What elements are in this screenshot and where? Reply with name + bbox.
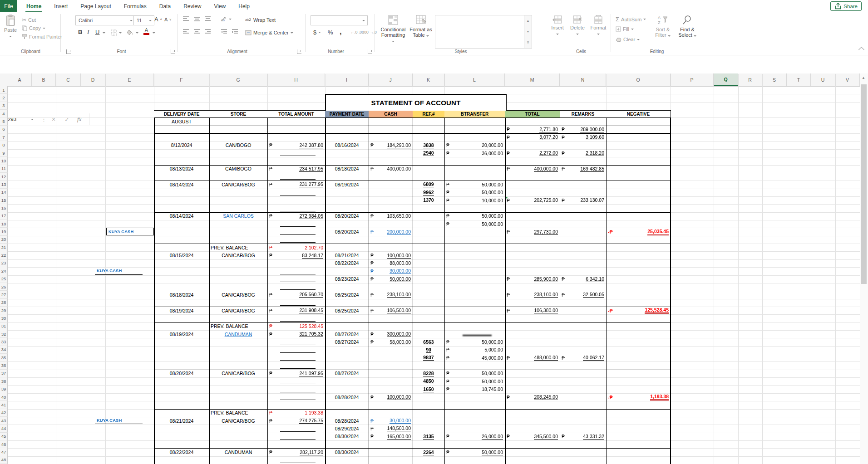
- cell-L14[interactable]: ₱50,000.00: [444, 189, 505, 196]
- format-cells-button[interactable]: Format: [588, 15, 608, 36]
- cell-K8[interactable]: 3838: [413, 141, 444, 149]
- cell-G31[interactable]: PREV. BALANCE: [209, 322, 267, 330]
- scrollbar-thumb[interactable]: [861, 84, 867, 284]
- cell-K14[interactable]: 9962: [413, 189, 444, 196]
- cell-K45[interactable]: 3135: [413, 433, 444, 440]
- row-header-27[interactable]: 27: [0, 291, 8, 298]
- cell-O19[interactable]: -₱25,035.45: [606, 228, 671, 235]
- cell-L38[interactable]: ₱50,000.00: [444, 377, 505, 385]
- column-header-C[interactable]: C: [56, 73, 81, 86]
- cell-F43[interactable]: 08/21/2024: [154, 417, 209, 425]
- underline-dropdown[interactable]: [103, 32, 105, 34]
- cell-I8[interactable]: 08/16/2024: [325, 141, 369, 149]
- cell-M9[interactable]: ₱2,272.00: [505, 149, 560, 157]
- cell-F32[interactable]: 08/19/2024: [154, 330, 209, 338]
- cell-K35[interactable]: 9837: [413, 354, 444, 361]
- cell-G43[interactable]: CAN/CAR/BOG: [209, 417, 267, 425]
- increase-indent-button[interactable]: [232, 29, 238, 34]
- cell-G21[interactable]: PREV. BALANCE: [209, 244, 267, 251]
- font-color-dropdown[interactable]: [153, 32, 155, 34]
- cell-G27[interactable]: CAN/CAR/BOG: [209, 291, 267, 298]
- cell-O40[interactable]: -₱1,193.38: [606, 393, 671, 401]
- row-header-43[interactable]: 43: [0, 417, 8, 425]
- cell-E24[interactable]: KUYA CASH: [95, 267, 143, 274]
- row-header-30[interactable]: 30: [0, 314, 8, 322]
- merge-center-button[interactable]: Merge & Center: [245, 30, 293, 35]
- cell-I37[interactable]: 08/27/2024: [325, 370, 369, 377]
- align-middle-button[interactable]: [193, 16, 200, 22]
- row-header-2[interactable]: 2: [0, 94, 8, 102]
- cell-K15[interactable]: 1370: [413, 196, 444, 204]
- row-header-15[interactable]: 15: [0, 196, 8, 204]
- decrease-decimal-button[interactable]: .00 →.0: [363, 30, 377, 34]
- find-select-button[interactable]: Find & Select: [676, 15, 698, 38]
- orientation-button[interactable]: ab: [221, 16, 232, 22]
- cell-I23[interactable]: 08/22/2024: [325, 259, 369, 267]
- cell-K38[interactable]: 4850: [413, 377, 444, 385]
- cell-H27[interactable]: ₱205,560.70: [267, 291, 325, 298]
- accounting-format-button[interactable]: $: [313, 29, 321, 36]
- row-header-18[interactable]: 18: [0, 220, 8, 228]
- column-header-N[interactable]: N: [560, 73, 606, 86]
- row-header-10[interactable]: 10: [0, 157, 8, 165]
- cell-H32[interactable]: ₱321,705.32: [267, 330, 325, 338]
- column-header-S[interactable]: S: [762, 73, 787, 86]
- copy-button[interactable]: Copy: [22, 25, 45, 31]
- format-as-table-button[interactable]: Format as Table: [409, 15, 433, 38]
- cell-K34[interactable]: 90: [413, 346, 444, 354]
- cell-I33[interactable]: 08/27/2024: [325, 338, 369, 346]
- align-top-button[interactable]: [182, 16, 189, 22]
- cell-K47[interactable]: 2264: [413, 448, 444, 456]
- cell-F8[interactable]: 8/12/2024: [154, 141, 209, 149]
- tab-insert[interactable]: Insert: [48, 0, 74, 12]
- cell-G17[interactable]: SAN CARLOS: [209, 212, 267, 220]
- cell-N35[interactable]: ₱40,062.17: [560, 354, 606, 361]
- row-header-23[interactable]: 23: [0, 259, 8, 267]
- row-header-3[interactable]: 3: [0, 102, 8, 110]
- decrease-font-button[interactable]: A˅: [164, 17, 171, 22]
- column-header-D[interactable]: D: [81, 73, 105, 86]
- row-header-34[interactable]: 34: [0, 346, 8, 354]
- row-header-39[interactable]: 39: [0, 385, 8, 393]
- cell-L35[interactable]: ₱45,000.00: [444, 354, 505, 361]
- row-header-36[interactable]: 36: [0, 361, 8, 369]
- row-header-19[interactable]: 19: [0, 228, 8, 235]
- cell-I43[interactable]: 08/28/2024: [325, 417, 369, 425]
- cell-G42[interactable]: PREV. BALANCE: [209, 409, 267, 417]
- cell-I40[interactable]: 08/28/2024: [325, 393, 369, 401]
- align-right-button[interactable]: [204, 29, 211, 34]
- cell-E43[interactable]: KUYA CASH: [95, 417, 143, 424]
- wrap-text-button[interactable]: ab Wrap Text: [245, 17, 276, 23]
- column-header-P[interactable]: P: [671, 73, 714, 86]
- cell-H17[interactable]: ₱272,984.05: [267, 212, 325, 220]
- align-center-button[interactable]: [193, 29, 200, 34]
- cell-N45[interactable]: ₱43,331.32: [560, 433, 606, 440]
- cell-L34[interactable]: ₱5,000.00: [444, 346, 505, 354]
- font-dialog-launcher[interactable]: [171, 49, 175, 54]
- underline-button[interactable]: U: [95, 29, 99, 35]
- cell-G22[interactable]: CAN/CAR/BOG: [209, 251, 267, 259]
- cell-J44[interactable]: ₱148,500.00: [369, 425, 413, 432]
- cell-N9[interactable]: ₱2,318.20: [560, 149, 606, 157]
- cell-J45[interactable]: ₱165,000.00: [369, 433, 413, 440]
- cell-N6[interactable]: ₱289,000.00: [560, 126, 606, 133]
- cell-H43[interactable]: ₱274,275.75: [267, 417, 325, 425]
- tab-data[interactable]: Data: [153, 0, 177, 12]
- cell-H13[interactable]: ₱231,277.95: [267, 181, 325, 188]
- font-color-button[interactable]: A: [143, 28, 149, 35]
- cell-N25[interactable]: ₱6,342.10: [560, 275, 606, 283]
- delete-cells-button[interactable]: Delete: [568, 15, 587, 36]
- cell-J27[interactable]: ₱238,100.00: [369, 291, 413, 298]
- row-header-41[interactable]: 41: [0, 401, 8, 409]
- cell-F11[interactable]: 08/13/2024: [154, 165, 209, 173]
- fill-color-button[interactable]: [127, 29, 138, 36]
- cell-I22[interactable]: 08/21/2024: [325, 251, 369, 259]
- cell-F17[interactable]: 08/14/2024: [154, 212, 209, 220]
- cell-H21[interactable]: ₱2,102.70: [267, 244, 325, 251]
- tab-help[interactable]: Help: [232, 0, 256, 12]
- column-header-M[interactable]: M: [505, 73, 560, 86]
- cell-L39[interactable]: ₱18,745.00: [444, 385, 505, 393]
- tab-formulas[interactable]: Formulas: [118, 0, 153, 12]
- column-header-I[interactable]: I: [325, 73, 369, 86]
- row-header-25[interactable]: 25: [0, 275, 8, 283]
